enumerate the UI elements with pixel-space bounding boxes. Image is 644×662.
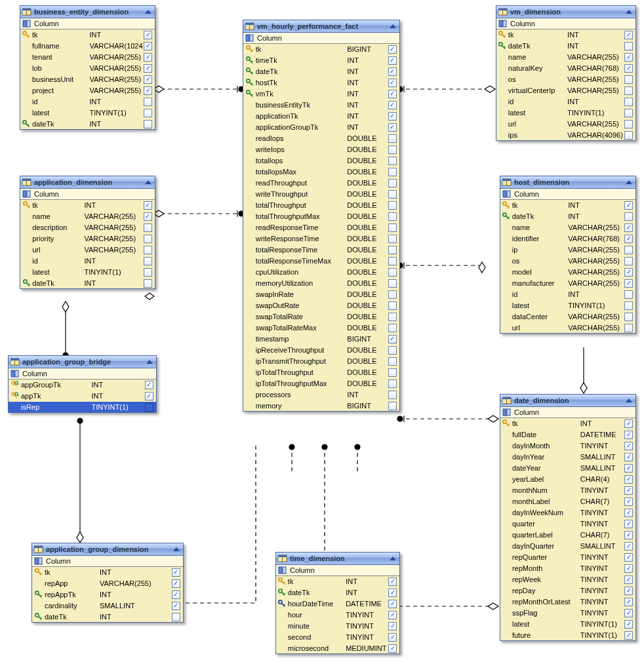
index-checkbox[interactable]	[624, 587, 633, 595]
index-checkbox[interactable]	[624, 257, 633, 265]
index-checkbox[interactable]	[144, 64, 152, 73]
index-checkbox[interactable]	[388, 146, 397, 154]
entity-titlebar[interactable]: application_dimension	[20, 176, 155, 189]
collapse-icon[interactable]	[144, 9, 153, 15]
index-checkbox[interactable]	[388, 123, 397, 132]
column-row[interactable]: readIopsDOUBLE	[243, 133, 399, 144]
column-row[interactable]: appTkINT	[9, 391, 156, 402]
column-row[interactable]: swapTotalRateMaxDOUBLE	[243, 322, 399, 334]
index-checkbox[interactable]	[624, 453, 633, 461]
entity-titlebar[interactable]: time_dimension	[276, 553, 399, 565]
index-checkbox[interactable]	[624, 246, 633, 254]
column-row[interactable]: descriptionVARCHAR(255)	[20, 222, 155, 233]
collapse-icon[interactable]	[172, 546, 181, 553]
column-row[interactable]: ipTransmitThroughputDOUBLE	[243, 356, 399, 367]
index-checkbox[interactable]	[388, 279, 397, 288]
index-checkbox[interactable]	[388, 157, 397, 165]
column-row[interactable]: latestTINYINT(1)	[496, 107, 635, 119]
index-checkbox[interactable]	[624, 431, 633, 439]
collapse-icon[interactable]	[388, 23, 397, 29]
index-checkbox[interactable]	[624, 235, 633, 243]
column-row[interactable]: totalResponseTimeMaxDOUBLE	[243, 256, 399, 267]
column-row[interactable]: tkINT	[20, 29, 155, 41]
index-checkbox[interactable]	[624, 302, 633, 310]
index-checkbox[interactable]	[624, 620, 633, 629]
entity-host_dimension[interactable]: host_dimensionColumntkINTdateTkINTnameVA…	[500, 176, 636, 334]
collapse-icon[interactable]	[144, 179, 153, 185]
index-checkbox[interactable]	[624, 542, 633, 551]
column-row[interactable]: ipReceiveThroughputDOUBLE	[243, 345, 399, 356]
index-checkbox[interactable]	[388, 302, 397, 310]
index-checkbox[interactable]	[144, 212, 152, 221]
collapse-icon[interactable]	[624, 397, 634, 404]
column-row[interactable]: appGroupTkINT	[9, 380, 156, 391]
index-checkbox[interactable]	[624, 486, 633, 495]
entity-date_dimension[interactable]: date_dimensionColumntkINTfullDateDATETIM…	[500, 394, 636, 641]
entity-business_entity_dimension[interactable]: business_entity_dimensionColumntkINTfull…	[20, 5, 155, 130]
column-row[interactable]: tkINT	[500, 418, 635, 429]
index-checkbox[interactable]	[388, 56, 397, 65]
column-row[interactable]: tkBIGINT	[243, 44, 399, 55]
index-checkbox[interactable]	[388, 611, 397, 619]
index-checkbox[interactable]	[388, 368, 397, 377]
column-row[interactable]: totalIopsDOUBLE	[243, 155, 399, 166]
index-checkbox[interactable]	[624, 531, 633, 539]
entity-titlebar[interactable]: vm_hourly_performance_fact	[243, 20, 399, 33]
index-checkbox[interactable]	[172, 591, 180, 599]
column-row[interactable]: tenantVARCHAR(255)	[20, 52, 155, 63]
index-checkbox[interactable]	[388, 600, 397, 608]
index-checkbox[interactable]	[144, 235, 152, 243]
column-row[interactable]: dateTkINT	[243, 66, 399, 77]
entity-application_dimension[interactable]: application_dimensionColumntkINTnameVARC…	[20, 176, 155, 289]
column-row[interactable]: latestTINYINT(1)	[500, 300, 635, 311]
entity-titlebar[interactable]: date_dimension	[500, 395, 635, 407]
index-checkbox[interactable]	[145, 392, 153, 400]
index-checkbox[interactable]	[144, 268, 152, 277]
index-checkbox[interactable]	[624, 442, 633, 450]
column-row[interactable]: modelVARCHAR(255)	[500, 267, 635, 278]
column-row[interactable]: monthLabelCHAR(7)	[500, 496, 635, 507]
column-row[interactable]: isRepTINYINT(1)	[9, 402, 156, 412]
index-checkbox[interactable]	[624, 598, 633, 606]
index-checkbox[interactable]	[144, 120, 152, 128]
column-row[interactable]: dateTkINT	[20, 278, 155, 288]
column-row[interactable]: businessEntityTkINT	[243, 100, 399, 111]
index-checkbox[interactable]	[624, 224, 633, 232]
index-checkbox[interactable]	[172, 613, 180, 621]
column-row[interactable]: dayInWeekNumTINYINT	[500, 507, 635, 518]
index-checkbox[interactable]	[388, 212, 397, 221]
column-row[interactable]: dateTkINT	[500, 211, 635, 222]
index-checkbox[interactable]	[624, 419, 633, 428]
column-row[interactable]: identifierVARCHAR(768)	[500, 233, 635, 244]
index-checkbox[interactable]	[388, 577, 397, 586]
index-checkbox[interactable]	[388, 644, 397, 653]
column-row[interactable]: ipTotalThroughputMaxDOUBLE	[243, 378, 399, 389]
column-row[interactable]: repMonthTINYINT	[500, 563, 635, 574]
column-row[interactable]: sspFlagTINYINT	[500, 608, 635, 619]
column-row[interactable]: repAppVARCHAR(255)	[32, 578, 183, 589]
entity-titlebar[interactable]: application_group_dimension	[32, 543, 183, 556]
column-row[interactable]: naturalKeyVARCHAR(768)	[496, 63, 635, 74]
column-row[interactable]: swapTotalRateDOUBLE	[243, 311, 399, 322]
index-checkbox[interactable]	[144, 109, 152, 117]
entity-vm_dimension[interactable]: vm_dimensionColumntkINTdateTkINTnameVARC…	[496, 5, 636, 141]
column-row[interactable]: dayInMonthTINYINT	[500, 440, 635, 452]
column-row[interactable]: yearLabelCHAR(4)	[500, 474, 635, 485]
index-checkbox[interactable]	[388, 313, 397, 321]
index-checkbox[interactable]	[144, 224, 152, 232]
column-row[interactable]: memoryUtilizationDOUBLE	[243, 278, 399, 289]
index-checkbox[interactable]	[144, 53, 152, 62]
index-checkbox[interactable]	[144, 279, 152, 288]
entity-time_dimension[interactable]: time_dimensionColumntkINTdateTkINThourDa…	[275, 552, 400, 654]
column-row[interactable]: totalResponseTimeDOUBLE	[243, 244, 399, 256]
column-row[interactable]: latestTINYINT(1)	[500, 619, 635, 630]
column-row[interactable]: quarterLabelCHAR(7)	[500, 530, 635, 541]
column-row[interactable]: writeResponseTimeDOUBLE	[243, 233, 399, 244]
index-checkbox[interactable]	[144, 257, 152, 265]
index-checkbox[interactable]	[388, 201, 397, 210]
index-checkbox[interactable]	[624, 564, 633, 573]
column-row[interactable]: tkINT	[496, 29, 635, 41]
column-row[interactable]: memoryBIGINT	[243, 400, 399, 411]
column-row[interactable]: timeTkINT	[243, 55, 399, 66]
index-checkbox[interactable]	[388, 402, 397, 410]
